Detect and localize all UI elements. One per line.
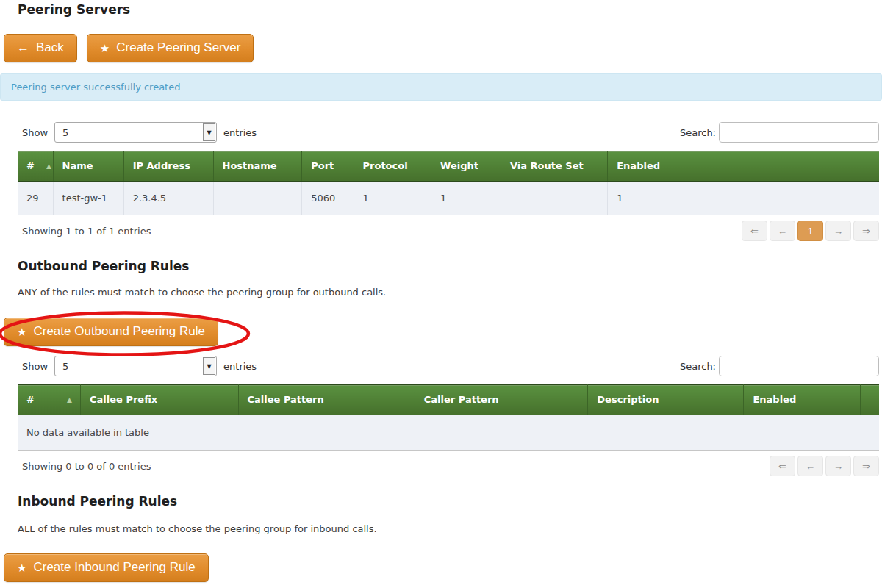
entries-label: entries	[223, 361, 257, 372]
star-icon: ★	[17, 326, 26, 337]
create-inbound-peering-rule-label: Create Inbound Peering Rule	[33, 560, 195, 575]
column-header-port[interactable]: Port	[302, 151, 354, 182]
page-size-select[interactable]: 5 ▼	[54, 122, 217, 143]
empty-table-row: No data available in table	[18, 415, 879, 451]
pagination-next-button[interactable]: →	[825, 456, 851, 476]
table-header-row: #▲ Name IP Address Hostname Port Protoco…	[18, 151, 879, 182]
table-row[interactable]: 29 test-gw-1 2.3.4.5 5060 1 1 1	[18, 182, 879, 215]
star-icon: ★	[17, 562, 26, 573]
page-size-value: 5	[62, 127, 68, 138]
chevron-down-icon[interactable]: ▼	[203, 357, 215, 375]
chevron-down-icon[interactable]: ▼	[203, 123, 215, 141]
column-header-id[interactable]: #▲	[18, 151, 53, 182]
pagination: ⇐ ← 1 → ⇒	[742, 220, 879, 241]
success-banner: Peering server successfully created	[0, 74, 882, 101]
outbound-rules-description: ANY of the rules must match to choose th…	[18, 287, 882, 298]
cell-actions	[681, 182, 879, 215]
column-header-description[interactable]: Description	[588, 385, 744, 415]
create-outbound-peering-rule-label: Create Outbound Peering Rule	[33, 324, 204, 339]
cell-weight: 1	[431, 182, 501, 215]
column-header-via-route-set[interactable]: Via Route Set	[501, 151, 607, 182]
outbound-rules-section: Show 5 ▼ entries Search: #▲ Callee Prefi…	[18, 356, 879, 476]
cell-id: 29	[18, 182, 53, 215]
pagination-first-button[interactable]: ⇐	[770, 456, 795, 476]
search-input[interactable]	[719, 122, 879, 143]
cell-name: test-gw-1	[53, 182, 123, 215]
column-header-enabled[interactable]: Enabled	[744, 385, 860, 415]
success-banner-text: Peering server successfully created	[11, 82, 180, 93]
outbound-create-wrap: ★ Create Outbound Peering Rule	[4, 318, 218, 346]
no-data-message: No data available in table	[18, 415, 879, 451]
sort-asc-icon: ▲	[46, 162, 51, 170]
search-label: Search:	[680, 127, 716, 138]
outbound-rules-heading: Outbound Peering Rules	[18, 259, 882, 273]
cell-enabled: 1	[608, 182, 681, 215]
show-label: Show	[22, 361, 48, 372]
page-size-value: 5	[62, 361, 68, 372]
column-header-caller-pattern[interactable]: Caller Pattern	[415, 385, 588, 415]
show-label: Show	[22, 127, 48, 138]
column-header-weight[interactable]: Weight	[431, 151, 501, 182]
column-header-actions	[681, 151, 879, 182]
column-header-id[interactable]: #▲	[18, 385, 81, 415]
peering-servers-table: #▲ Name IP Address Hostname Port Protoco…	[18, 151, 879, 215]
pagination-last-button[interactable]: ⇒	[853, 220, 879, 241]
pagination-first-button[interactable]: ⇐	[742, 220, 767, 241]
column-header-name[interactable]: Name	[53, 151, 123, 182]
cell-hostname	[213, 182, 302, 215]
column-header-callee-pattern[interactable]: Callee Pattern	[238, 385, 415, 415]
pagination-prev-button[interactable]: ←	[797, 456, 823, 476]
cell-protocol: 1	[354, 182, 431, 215]
page-size-select[interactable]: 5 ▼	[54, 356, 217, 376]
create-inbound-peering-rule-button[interactable]: ★ Create Inbound Peering Rule	[4, 553, 209, 582]
sort-asc-icon: ▲	[67, 396, 72, 404]
column-header-protocol[interactable]: Protocol	[354, 151, 431, 182]
outbound-rules-table: #▲ Callee Prefix Callee Pattern Caller P…	[18, 384, 879, 451]
pagination-page-1-button[interactable]: 1	[797, 220, 823, 241]
table-header-row: #▲ Callee Prefix Callee Pattern Caller P…	[18, 385, 879, 415]
create-outbound-peering-rule-button[interactable]: ★ Create Outbound Peering Rule	[4, 318, 218, 346]
pagination-last-button[interactable]: ⇒	[853, 456, 879, 476]
column-header-actions	[860, 385, 879, 415]
cell-via-route-set	[501, 182, 607, 215]
toolbar: ← Back ★ Create Peering Server	[4, 34, 882, 62]
back-button[interactable]: ← Back	[4, 34, 77, 62]
cell-port: 5060	[302, 182, 354, 215]
entries-label: entries	[223, 127, 257, 138]
create-peering-server-label: Create Peering Server	[116, 40, 240, 55]
back-arrow-icon: ←	[17, 40, 29, 55]
pagination-next-button[interactable]: →	[825, 220, 851, 241]
column-header-enabled[interactable]: Enabled	[608, 151, 681, 182]
peering-servers-section: Show 5 ▼ entries Search: #▲ Name IP Addr…	[18, 122, 879, 241]
star-icon: ★	[100, 43, 110, 54]
showing-entries-text: Showing 1 to 1 of 1 entries	[22, 226, 151, 237]
column-header-hostname[interactable]: Hostname	[213, 151, 302, 182]
pagination: ⇐ ← → ⇒	[770, 456, 879, 476]
page-title: Peering Servers	[18, 2, 882, 17]
cell-ip-address: 2.3.4.5	[123, 182, 213, 215]
column-header-callee-prefix[interactable]: Callee Prefix	[81, 385, 238, 415]
showing-entries-text: Showing 0 to 0 of 0 entries	[22, 461, 151, 472]
column-header-ip-address[interactable]: IP Address	[123, 151, 213, 182]
search-label: Search:	[680, 361, 716, 372]
back-button-label: Back	[36, 40, 64, 55]
inbound-rules-description: ALL of the rules must match to choose th…	[18, 523, 882, 534]
pagination-prev-button[interactable]: ←	[770, 220, 795, 241]
inbound-rules-heading: Inbound Peering Rules	[18, 494, 882, 509]
search-input[interactable]	[719, 356, 879, 376]
create-peering-server-button[interactable]: ★ Create Peering Server	[87, 34, 254, 62]
